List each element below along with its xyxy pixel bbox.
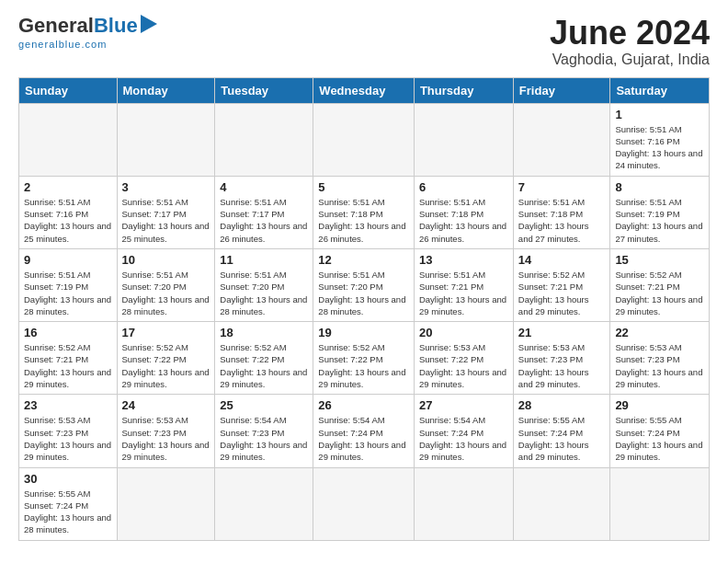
calendar-week-row: 30Sunrise: 5:55 AM Sunset: 7:24 PM Dayli… [19, 467, 710, 540]
calendar-subtitle: Vaghodia, Gujarat, India [550, 52, 710, 68]
calendar-cell: 24Sunrise: 5:53 AM Sunset: 7:23 PM Dayli… [117, 395, 215, 467]
logo-general: General [18, 16, 94, 36]
calendar-cell: 18Sunrise: 5:52 AM Sunset: 7:22 PM Dayli… [215, 322, 313, 395]
day-info: Sunrise: 5:52 AM Sunset: 7:22 PM Dayligh… [318, 341, 409, 390]
day-info: Sunrise: 5:54 AM Sunset: 7:24 PM Dayligh… [318, 414, 409, 463]
day-info: Sunrise: 5:51 AM Sunset: 7:19 PM Dayligh… [615, 196, 704, 245]
day-number: 26 [318, 398, 409, 412]
day-info: Sunrise: 5:51 AM Sunset: 7:19 PM Dayligh… [24, 269, 112, 317]
calendar-cell: 4Sunrise: 5:51 AM Sunset: 7:17 PM Daylig… [215, 176, 313, 248]
logo: General Blue generalblue.com [18, 15, 157, 50]
calendar-cell [414, 467, 513, 540]
day-info: Sunrise: 5:51 AM Sunset: 7:20 PM Dayligh… [220, 269, 308, 317]
day-info: Sunrise: 5:53 AM Sunset: 7:23 PM Dayligh… [122, 414, 210, 463]
day-number: 18 [220, 326, 308, 339]
day-info: Sunrise: 5:51 AM Sunset: 7:20 PM Dayligh… [318, 269, 409, 317]
calendar-cell: 11Sunrise: 5:51 AM Sunset: 7:20 PM Dayli… [215, 248, 313, 321]
calendar-cell: 19Sunrise: 5:52 AM Sunset: 7:22 PM Dayli… [313, 322, 415, 395]
day-info: Sunrise: 5:51 AM Sunset: 7:18 PM Dayligh… [419, 196, 508, 245]
day-number: 25 [220, 398, 308, 412]
calendar-cell: 10Sunrise: 5:51 AM Sunset: 7:20 PM Dayli… [117, 248, 215, 321]
calendar-cell: 5Sunrise: 5:51 AM Sunset: 7:18 PM Daylig… [313, 176, 415, 248]
calendar-cell [513, 467, 610, 540]
calendar-week-row: 2Sunrise: 5:51 AM Sunset: 7:16 PM Daylig… [19, 176, 710, 248]
day-info: Sunrise: 5:52 AM Sunset: 7:22 PM Dayligh… [220, 341, 308, 390]
day-number: 22 [615, 326, 704, 339]
day-number: 7 [518, 180, 606, 194]
calendar-cell [19, 103, 118, 176]
calendar-title: June 2024 [550, 15, 710, 52]
calendar-cell [313, 467, 415, 540]
calendar-cell [117, 103, 215, 176]
calendar-week-row: 23Sunrise: 5:53 AM Sunset: 7:23 PM Dayli… [19, 395, 710, 467]
weekday-header-monday: Monday [117, 77, 215, 103]
calendar-week-row: 16Sunrise: 5:52 AM Sunset: 7:21 PM Dayli… [19, 322, 710, 395]
calendar-cell: 25Sunrise: 5:54 AM Sunset: 7:23 PM Dayli… [215, 395, 313, 467]
weekday-header-sunday: Sunday [19, 77, 118, 103]
day-info: Sunrise: 5:52 AM Sunset: 7:22 PM Dayligh… [122, 341, 210, 390]
day-info: Sunrise: 5:51 AM Sunset: 7:16 PM Dayligh… [615, 123, 704, 172]
logo-subtitle: generalblue.com [18, 39, 107, 50]
day-number: 30 [24, 472, 112, 486]
day-info: Sunrise: 5:53 AM Sunset: 7:22 PM Dayligh… [419, 341, 508, 390]
calendar-cell: 27Sunrise: 5:54 AM Sunset: 7:24 PM Dayli… [414, 395, 513, 467]
calendar-cell: 9Sunrise: 5:51 AM Sunset: 7:19 PM Daylig… [19, 248, 118, 321]
day-number: 8 [615, 180, 704, 194]
calendar-cell: 1Sunrise: 5:51 AM Sunset: 7:16 PM Daylig… [610, 103, 710, 176]
title-area: June 2024 Vaghodia, Gujarat, India [550, 15, 710, 68]
calendar-table: SundayMondayTuesdayWednesdayThursdayFrid… [18, 77, 710, 541]
page: General Blue generalblue.com June 2024 V… [0, 0, 728, 556]
calendar-cell: 29Sunrise: 5:55 AM Sunset: 7:24 PM Dayli… [610, 395, 710, 467]
day-number: 15 [615, 253, 704, 267]
day-info: Sunrise: 5:55 AM Sunset: 7:24 PM Dayligh… [24, 488, 112, 536]
day-number: 3 [122, 180, 210, 194]
calendar-cell [117, 467, 215, 540]
day-info: Sunrise: 5:52 AM Sunset: 7:21 PM Dayligh… [615, 269, 704, 317]
day-info: Sunrise: 5:55 AM Sunset: 7:24 PM Dayligh… [615, 414, 704, 463]
day-number: 20 [419, 326, 508, 339]
calendar-cell: 21Sunrise: 5:53 AM Sunset: 7:23 PM Dayli… [513, 322, 610, 395]
day-number: 4 [220, 180, 308, 194]
day-info: Sunrise: 5:53 AM Sunset: 7:23 PM Dayligh… [615, 341, 704, 390]
day-number: 13 [419, 253, 508, 267]
day-info: Sunrise: 5:55 AM Sunset: 7:24 PM Dayligh… [518, 414, 606, 463]
weekday-header-friday: Friday [513, 77, 610, 103]
day-info: Sunrise: 5:53 AM Sunset: 7:23 PM Dayligh… [518, 341, 606, 390]
day-info: Sunrise: 5:52 AM Sunset: 7:21 PM Dayligh… [24, 341, 112, 390]
calendar-cell [610, 467, 710, 540]
day-number: 2 [24, 180, 112, 194]
day-number: 11 [220, 253, 308, 267]
day-number: 29 [615, 398, 704, 412]
weekday-header-saturday: Saturday [610, 77, 710, 103]
day-number: 17 [122, 326, 210, 339]
calendar-week-row: 1Sunrise: 5:51 AM Sunset: 7:16 PM Daylig… [19, 103, 710, 176]
calendar-cell: 14Sunrise: 5:52 AM Sunset: 7:21 PM Dayli… [513, 248, 610, 321]
calendar-cell: 28Sunrise: 5:55 AM Sunset: 7:24 PM Dayli… [513, 395, 610, 467]
logo-icon [141, 15, 157, 37]
header: General Blue generalblue.com June 2024 V… [18, 15, 710, 68]
calendar-cell: 8Sunrise: 5:51 AM Sunset: 7:19 PM Daylig… [610, 176, 710, 248]
weekday-header-wednesday: Wednesday [313, 77, 415, 103]
day-info: Sunrise: 5:51 AM Sunset: 7:18 PM Dayligh… [318, 196, 409, 245]
day-number: 10 [122, 253, 210, 267]
day-info: Sunrise: 5:51 AM Sunset: 7:17 PM Dayligh… [220, 196, 308, 245]
calendar-cell [313, 103, 415, 176]
day-info: Sunrise: 5:54 AM Sunset: 7:24 PM Dayligh… [419, 414, 508, 463]
day-info: Sunrise: 5:53 AM Sunset: 7:23 PM Dayligh… [24, 414, 112, 463]
logo-text: General Blue [18, 15, 157, 37]
calendar-cell: 26Sunrise: 5:54 AM Sunset: 7:24 PM Dayli… [313, 395, 415, 467]
day-number: 1 [615, 108, 704, 121]
calendar-cell [513, 103, 610, 176]
calendar-cell: 6Sunrise: 5:51 AM Sunset: 7:18 PM Daylig… [414, 176, 513, 248]
day-number: 24 [122, 398, 210, 412]
svg-marker-0 [141, 15, 157, 33]
weekday-header-tuesday: Tuesday [215, 77, 313, 103]
calendar-cell: 22Sunrise: 5:53 AM Sunset: 7:23 PM Dayli… [610, 322, 710, 395]
weekday-header-row: SundayMondayTuesdayWednesdayThursdayFrid… [19, 77, 710, 103]
day-number: 5 [318, 180, 409, 194]
calendar-cell: 23Sunrise: 5:53 AM Sunset: 7:23 PM Dayli… [19, 395, 118, 467]
day-info: Sunrise: 5:54 AM Sunset: 7:23 PM Dayligh… [220, 414, 308, 463]
day-number: 6 [419, 180, 508, 194]
calendar-week-row: 9Sunrise: 5:51 AM Sunset: 7:19 PM Daylig… [19, 248, 710, 321]
calendar-cell: 20Sunrise: 5:53 AM Sunset: 7:22 PM Dayli… [414, 322, 513, 395]
